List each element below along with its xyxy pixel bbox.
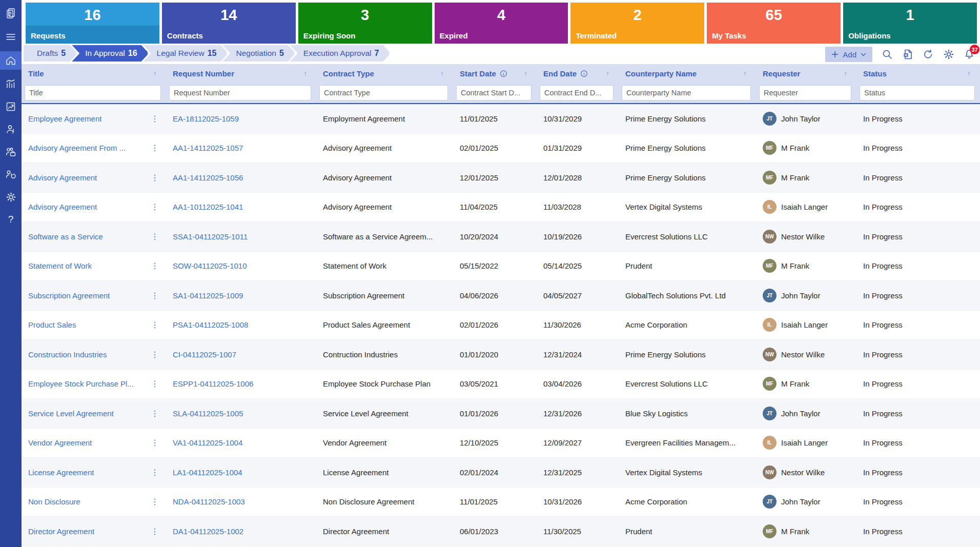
request-number-link[interactable]: AA1-14112025-1057: [173, 144, 243, 152]
notifications-bell-icon[interactable]: 37: [964, 49, 975, 60]
info-icon[interactable]: [500, 70, 507, 77]
filter-contract-type-input[interactable]: [319, 85, 448, 100]
request-number-link[interactable]: SOW-04112025-1010: [173, 261, 247, 270]
request-number-link[interactable]: NDA-04112025-1003: [173, 497, 245, 506]
request-number-link[interactable]: SLA-04112025-1005: [173, 409, 243, 418]
request-number-link[interactable]: EA-18112025-1059: [173, 114, 239, 123]
row-menu-icon[interactable]: ⋮: [149, 291, 161, 300]
contract-title-link[interactable]: Advisory Agreement: [28, 202, 97, 211]
table-row[interactable]: Software as a Service ⋮ SSA1-04112025-10…: [22, 222, 980, 252]
stage-drafts[interactable]: Drafts5: [24, 45, 77, 62]
contract-title-link[interactable]: Software as a Service: [28, 232, 103, 241]
row-menu-icon[interactable]: ⋮: [149, 438, 161, 448]
row-menu-icon[interactable]: ⋮: [149, 320, 161, 330]
stage-legal-review[interactable]: Legal Review15: [144, 45, 229, 62]
app-logo-icon[interactable]: [0, 4, 22, 23]
row-menu-icon[interactable]: ⋮: [149, 114, 161, 124]
contract-title-link[interactable]: Employee Stock Purchase Pl...: [28, 379, 134, 388]
excel-export-icon[interactable]: [902, 49, 913, 60]
filter-status-input[interactable]: [860, 85, 975, 100]
menu-icon[interactable]: [0, 29, 22, 45]
kpi-card-requests[interactable]: 16Requests: [26, 3, 159, 44]
stage-in-approval[interactable]: In Approval16: [72, 45, 149, 62]
contract-title-link[interactable]: Non Disclosure: [28, 497, 80, 506]
kpi-card-terminated[interactable]: 2Terminated: [570, 3, 704, 44]
dashboard-chart-icon[interactable]: [0, 76, 22, 92]
request-number-link[interactable]: AA1-14112025-1056: [173, 173, 243, 182]
sort-asc-icon[interactable]: ↑: [303, 69, 307, 77]
search-icon[interactable]: [882, 49, 893, 60]
row-menu-icon[interactable]: ⋮: [149, 468, 161, 477]
table-row[interactable]: Vendor Agreement ⋮ VA1-04112025-1004 Ven…: [22, 429, 980, 458]
home-icon[interactable]: [0, 51, 22, 70]
team-briefcase-icon[interactable]: [0, 144, 22, 160]
table-row[interactable]: Employee Stock Purchase Pl... ⋮ ESPP1-04…: [22, 370, 980, 399]
request-number-link[interactable]: CI-04112025-1007: [173, 350, 236, 359]
table-row[interactable]: Advisory Agreement ⋮ AA1-10112025-1041 A…: [22, 193, 980, 222]
column-header-status[interactable]: Status↑: [856, 69, 980, 78]
row-menu-icon[interactable]: ⋮: [149, 232, 161, 241]
kpi-card-contracts[interactable]: 14Contracts: [162, 3, 296, 44]
info-icon[interactable]: [580, 70, 588, 77]
table-row[interactable]: Product Sales ⋮ PSA1-04112025-1008 Produ…: [22, 311, 980, 340]
request-number-link[interactable]: ESPP1-04112025-1006: [173, 379, 253, 388]
contract-title-link[interactable]: Advisory Agreement From ...: [28, 144, 126, 152]
contract-title-link[interactable]: Service Level Agreement: [28, 409, 114, 418]
contract-title-link[interactable]: Director Agreement: [28, 527, 94, 536]
filter-requester-input[interactable]: [759, 85, 851, 100]
column-header-requester[interactable]: Requester↑: [756, 69, 856, 78]
request-number-link[interactable]: LA1-04112025-1004: [173, 468, 242, 477]
filter-request-number-input[interactable]: [169, 85, 311, 100]
filter-start-date-input[interactable]: [456, 85, 532, 100]
sort-asc-icon[interactable]: ↑: [844, 69, 847, 77]
row-menu-icon[interactable]: ⋮: [149, 350, 161, 359]
table-row[interactable]: License Agreement ⋮ LA1-04112025-1004 Li…: [22, 458, 980, 488]
filter-end-date-input[interactable]: [540, 85, 614, 100]
sort-asc-icon[interactable]: ↑: [967, 69, 971, 77]
column-header-counterparty[interactable]: Counterparty Name↑: [619, 69, 756, 78]
stage-negotiation[interactable]: Negotiation5: [222, 45, 295, 62]
kpi-card-expired[interactable]: 4Expired: [435, 3, 568, 44]
row-menu-icon[interactable]: ⋮: [149, 526, 161, 536]
contract-title-link[interactable]: Product Sales: [28, 320, 76, 329]
help-icon[interactable]: ?: [0, 211, 22, 228]
row-menu-icon[interactable]: ⋮: [149, 379, 161, 389]
table-row[interactable]: Construction Industries ⋮ CI-04112025-10…: [22, 340, 980, 370]
kpi-card-expiring-soon[interactable]: 3Expiring Soon: [298, 3, 432, 44]
request-number-link[interactable]: SA1-04112025-1009: [173, 291, 243, 300]
request-number-link[interactable]: DA1-04112025-1002: [173, 527, 243, 536]
sort-asc-icon[interactable]: ↑: [524, 69, 527, 77]
column-header-contract-type[interactable]: Contract Type↑: [316, 69, 453, 78]
sort-asc-icon[interactable]: ↑: [440, 69, 444, 77]
team-sync-icon[interactable]: [0, 166, 22, 183]
table-row[interactable]: Statement of Work ⋮ SOW-04112025-1010 St…: [22, 252, 980, 281]
column-header-start-date[interactable]: Start Date↑: [453, 69, 537, 78]
table-row[interactable]: Employee Agreement ⋮ EA-18112025-1059 Em…: [22, 104, 980, 134]
column-header-title[interactable]: Title↑: [22, 69, 166, 78]
row-menu-icon[interactable]: ⋮: [149, 261, 161, 271]
trend-chart-icon[interactable]: [0, 98, 22, 115]
row-menu-icon[interactable]: ⋮: [149, 409, 161, 418]
refresh-icon[interactable]: [923, 49, 934, 60]
request-number-link[interactable]: SSA1-04112025-1011: [173, 232, 248, 241]
contract-title-link[interactable]: Subscription Agreement: [28, 291, 110, 300]
add-button[interactable]: Add: [825, 47, 872, 62]
table-row[interactable]: Service Level Agreement ⋮ SLA-04112025-1…: [22, 399, 980, 429]
table-row[interactable]: Advisory Agreement From ... ⋮ AA1-141120…: [22, 134, 980, 164]
sort-asc-icon[interactable]: ↑: [153, 69, 157, 77]
contract-title-link[interactable]: Employee Agreement: [28, 114, 101, 123]
sort-asc-icon[interactable]: ↑: [743, 69, 747, 77]
settings-icon[interactable]: [943, 49, 954, 60]
row-menu-icon[interactable]: ⋮: [149, 497, 161, 507]
filter-title-input[interactable]: [25, 85, 161, 100]
contract-title-link[interactable]: Construction Industries: [28, 350, 107, 359]
column-header-end-date[interactable]: End Date↑: [537, 69, 619, 78]
stage-execution-approval[interactable]: Execution Approval7: [290, 45, 391, 62]
contract-title-link[interactable]: Vendor Agreement: [28, 438, 92, 447]
filter-counterparty-input[interactable]: [622, 85, 751, 100]
contract-title-link[interactable]: License Agreement: [28, 468, 94, 477]
request-number-link[interactable]: VA1-04112025-1004: [173, 438, 242, 447]
sort-asc-icon[interactable]: ↑: [606, 69, 609, 77]
user-admin-icon[interactable]: [0, 121, 22, 137]
contract-title-link[interactable]: Statement of Work: [28, 261, 92, 270]
